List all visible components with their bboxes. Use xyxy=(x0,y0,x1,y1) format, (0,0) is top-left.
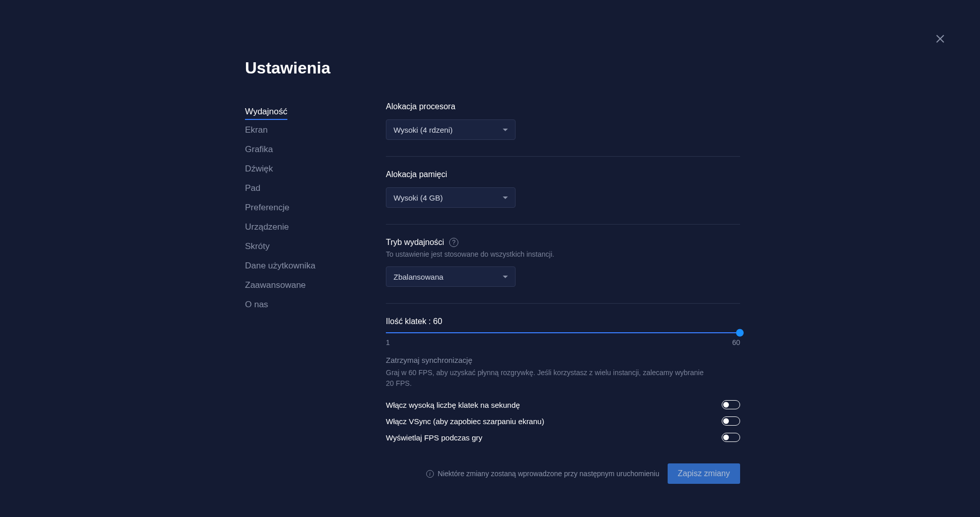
fps-slider[interactable] xyxy=(386,332,740,333)
fps-max: 60 xyxy=(732,338,740,347)
help-icon[interactable]: ? xyxy=(449,238,458,247)
sync-desc: Graj w 60 FPS, aby uzyskać płynną rozgry… xyxy=(386,367,713,389)
page-title: Ustawienia xyxy=(245,59,740,78)
sidebar-item-pad[interactable]: Pad xyxy=(245,179,386,198)
chevron-down-icon xyxy=(503,276,508,278)
close-icon xyxy=(934,33,946,45)
sidebar-item-label: Wydajność xyxy=(245,107,287,120)
select-value: Wysoki (4 rdzeni) xyxy=(394,126,453,134)
sidebar: Wydajność Ekran Grafika Dźwięk Pad Prefe… xyxy=(245,102,386,484)
select-value: Zbalansowana xyxy=(394,273,444,281)
toggle-vsync[interactable] xyxy=(722,416,740,426)
sidebar-item-device[interactable]: Urządzenie xyxy=(245,217,386,237)
sidebar-item-label: Zaawansowane xyxy=(245,280,306,290)
chevron-down-icon xyxy=(503,196,508,199)
sidebar-item-performance[interactable]: Wydajność xyxy=(245,102,386,120)
toggle-knob xyxy=(723,402,729,408)
performance-mode-label: Tryb wydajności ? xyxy=(386,238,740,247)
sidebar-item-label: Preferencje xyxy=(245,203,289,212)
info-icon: i xyxy=(426,470,434,478)
toggle-row-high-fps: Włącz wysoką liczbę klatek na sekundę xyxy=(386,400,740,409)
toggle-label: Włącz wysoką liczbę klatek na sekundę xyxy=(386,401,520,409)
fps-label-prefix: Ilość klatek : xyxy=(386,317,433,326)
sidebar-item-preferences[interactable]: Preferencje xyxy=(245,198,386,217)
sidebar-item-user-data[interactable]: Dane użytkownika xyxy=(245,256,386,276)
toggle-knob xyxy=(723,435,729,440)
select-value: Wysoki (4 GB) xyxy=(394,193,443,202)
sidebar-item-graphics[interactable]: Grafika xyxy=(245,140,386,159)
fps-slider-thumb[interactable] xyxy=(736,329,744,337)
cpu-allocation-label: Alokacja procesora xyxy=(386,102,740,111)
toggle-high-fps[interactable] xyxy=(722,400,740,409)
label-text: Tryb wydajności xyxy=(386,238,444,247)
cpu-allocation-select[interactable]: Wysoki (4 rdzeni) xyxy=(386,119,516,140)
toggle-label: Wyświetlaj FPS podczas gry xyxy=(386,433,482,442)
fps-min: 1 xyxy=(386,338,390,347)
close-button[interactable] xyxy=(934,33,946,45)
main-panel: Alokacja procesora Wysoki (4 rdzeni) Alo… xyxy=(386,102,740,484)
performance-mode-select[interactable]: Zbalansowana xyxy=(386,266,516,287)
sidebar-item-label: Dane użytkownika xyxy=(245,261,315,270)
sidebar-item-about[interactable]: O nas xyxy=(245,295,386,314)
memory-allocation-label: Alokacja pamięci xyxy=(386,170,740,179)
fps-value: 60 xyxy=(433,317,442,326)
toggle-show-fps[interactable] xyxy=(722,433,740,442)
sidebar-item-screen[interactable]: Ekran xyxy=(245,120,386,140)
sidebar-item-label: Pad xyxy=(245,183,260,193)
sidebar-item-advanced[interactable]: Zaawansowane xyxy=(245,276,386,295)
sidebar-item-sound[interactable]: Dźwięk xyxy=(245,159,386,179)
fps-slider-label: Ilość klatek : 60 xyxy=(386,317,740,326)
toggle-label: Włącz VSync (aby zapobiec szarpaniu ekra… xyxy=(386,417,544,426)
footer-note-text: Niektóre zmiany zostaną wprowadzone przy… xyxy=(438,470,659,478)
chevron-down-icon xyxy=(503,129,508,131)
performance-mode-desc: To ustawienie jest stosowane do wszystki… xyxy=(386,250,740,258)
sidebar-item-shortcuts[interactable]: Skróty xyxy=(245,237,386,256)
sync-label: Zatrzymaj synchronizację xyxy=(386,356,740,364)
sidebar-item-label: Grafika xyxy=(245,144,273,154)
memory-allocation-select[interactable]: Wysoki (4 GB) xyxy=(386,187,516,208)
footer: i Niektóre zmiany zostaną wprowadzone pr… xyxy=(386,463,740,484)
sidebar-item-label: Urządzenie xyxy=(245,222,289,232)
sidebar-item-label: Dźwięk xyxy=(245,164,273,174)
save-button[interactable]: Zapisz zmiany xyxy=(668,463,740,484)
sidebar-item-label: Ekran xyxy=(245,125,267,135)
sidebar-item-label: O nas xyxy=(245,300,268,309)
sidebar-item-label: Skróty xyxy=(245,241,270,251)
footer-note: i Niektóre zmiany zostaną wprowadzone pr… xyxy=(426,470,659,478)
toggle-row-vsync: Włącz VSync (aby zapobiec szarpaniu ekra… xyxy=(386,416,740,426)
toggle-knob xyxy=(723,418,729,424)
toggle-row-show-fps: Wyświetlaj FPS podczas gry xyxy=(386,433,740,442)
